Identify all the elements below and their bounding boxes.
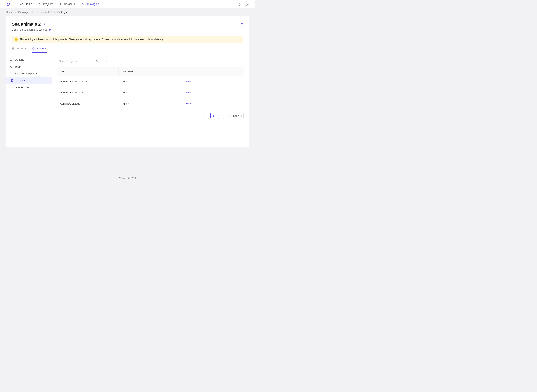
breadcrumb-sep: > bbox=[32, 11, 34, 14]
svg-point-4 bbox=[247, 3, 248, 4]
cell-role: Admin bbox=[118, 98, 180, 109]
breadcrumb-current: Settings bbox=[57, 11, 67, 14]
nav-item-label: Datasets bbox=[64, 2, 75, 5]
main-panel: Title User role Underwater 2022-05-11 Ad… bbox=[52, 53, 249, 120]
edit-subtitle-icon[interactable] bbox=[48, 28, 51, 31]
top-nav: Home Projects Datasets Ontologies bbox=[0, 0, 255, 8]
projects-icon bbox=[10, 79, 14, 82]
list-icon bbox=[9, 58, 13, 61]
cell-title: Underwater 2022-05-11 bbox=[57, 76, 118, 87]
breadcrumb-sep: > bbox=[15, 11, 16, 14]
view-link[interactable]: View bbox=[186, 80, 191, 83]
page-size-select[interactable]: 5 / page ▾ bbox=[228, 113, 243, 119]
page-title: Sea animals 2 bbox=[12, 22, 41, 27]
inner-tabs: Structure Settings bbox=[6, 43, 46, 53]
sidebar-item-options[interactable]: Options bbox=[6, 56, 52, 63]
nav-item-label: Projects bbox=[43, 2, 53, 5]
cell-role: Admin bbox=[118, 87, 180, 98]
view-link[interactable]: View bbox=[186, 102, 191, 105]
cell-title: Underwater 2022-06-14 bbox=[57, 87, 118, 98]
footer-text: Encord © 2022 bbox=[0, 171, 255, 184]
sidebar-item-label: Projects bbox=[16, 79, 26, 82]
breadcrumb-link[interactable]: Ontologies bbox=[18, 11, 31, 14]
svg-point-8 bbox=[11, 66, 12, 67]
datasets-icon bbox=[59, 2, 62, 5]
svg-rect-10 bbox=[11, 79, 13, 82]
page-subtitle: Bony fish vs sharks vs whales bbox=[12, 28, 47, 31]
svg-point-11 bbox=[96, 60, 98, 61]
skeleton-icon bbox=[9, 72, 13, 75]
tab-label: Settings bbox=[37, 47, 47, 50]
nav-item-label: Home bbox=[25, 2, 32, 5]
collapse-panel-icon[interactable] bbox=[240, 23, 243, 26]
sidebar-item-label: Skeleton templates bbox=[15, 72, 38, 75]
pagination: ‹ 1 › 5 / page ▾ bbox=[57, 109, 243, 119]
search-input[interactable] bbox=[57, 58, 94, 64]
column-header-title: Title bbox=[57, 67, 118, 76]
sidebar-item-label: Team bbox=[15, 65, 21, 68]
page-prev-button[interactable]: ‹ bbox=[203, 113, 209, 119]
sidebar-item-label: Danger zone bbox=[15, 86, 30, 89]
chevron-left-icon: ‹ bbox=[205, 114, 206, 117]
ontologies-icon bbox=[81, 2, 84, 5]
chevron-down-icon: ▾ bbox=[241, 115, 242, 117]
tab-settings[interactable]: Settings bbox=[32, 47, 47, 53]
notifications-icon[interactable] bbox=[238, 2, 242, 6]
warning-banner: ! This ontology is linked to multiple pr… bbox=[12, 36, 243, 43]
tab-label: Structure bbox=[16, 47, 28, 50]
nav-item-projects[interactable]: Projects bbox=[35, 0, 56, 8]
content-card: Sea animals 2 Bony fish vs sharks vs wha… bbox=[6, 16, 249, 147]
tab-structure[interactable]: Structure bbox=[12, 47, 28, 53]
page-number-button[interactable]: 1 bbox=[210, 113, 216, 119]
user-icon[interactable] bbox=[246, 2, 249, 6]
page-next-button[interactable]: › bbox=[218, 113, 224, 119]
settings-sidebar: Options Team Skeleton templates Projects bbox=[6, 53, 52, 120]
search-icon bbox=[96, 60, 99, 62]
logo-icon[interactable] bbox=[5, 1, 11, 7]
info-icon[interactable] bbox=[103, 59, 107, 63]
chevron-right-icon: › bbox=[221, 114, 221, 117]
sidebar-item-label: Options bbox=[15, 58, 24, 61]
svg-rect-0 bbox=[39, 3, 41, 5]
projects-table: Title User role Underwater 2022-05-11 Ad… bbox=[57, 67, 243, 109]
page-number-label: 1 bbox=[213, 114, 214, 117]
nav-item-label: Ontologies bbox=[86, 2, 99, 5]
nav-item-home[interactable]: Home bbox=[17, 0, 35, 8]
page-title-row: Sea animals 2 bbox=[12, 22, 243, 27]
structure-icon bbox=[12, 47, 15, 50]
warning-icon: ! bbox=[15, 38, 18, 41]
team-icon bbox=[9, 65, 13, 68]
nav-item-ontologies[interactable]: Ontologies bbox=[78, 0, 102, 8]
home-icon bbox=[20, 2, 23, 5]
settings-icon bbox=[32, 47, 35, 50]
warning-text: This ontology is linked to multiple proj… bbox=[20, 38, 164, 41]
breadcrumb-link[interactable]: Sea animals 2 bbox=[36, 11, 52, 14]
view-link[interactable]: View bbox=[186, 91, 191, 94]
cell-role: Admin bbox=[118, 76, 180, 87]
sidebar-item-danger-zone[interactable]: Danger zone bbox=[6, 84, 52, 91]
projects-icon bbox=[38, 2, 41, 5]
sidebar-item-team[interactable]: Team bbox=[6, 63, 52, 70]
table-row: Aerial low altitude Admin View bbox=[57, 98, 243, 109]
svg-point-9 bbox=[11, 72, 11, 73]
danger-icon bbox=[9, 86, 13, 89]
breadcrumb: Home > Ontologies > Sea animals 2 > Sett… bbox=[0, 8, 255, 16]
page-size-label: 5 / page bbox=[230, 114, 239, 117]
search-input-wrap bbox=[57, 58, 100, 64]
column-header-actions bbox=[180, 67, 243, 76]
breadcrumb-link[interactable]: Home bbox=[6, 11, 13, 14]
svg-point-6 bbox=[33, 48, 34, 49]
cell-title: Aerial low altitude bbox=[57, 98, 118, 109]
table-row: Underwater 2022-05-11 Admin View bbox=[57, 76, 243, 87]
svg-point-7 bbox=[10, 66, 11, 66]
column-header-role: User role bbox=[118, 67, 180, 76]
table-row: Underwater 2022-06-14 Admin View bbox=[57, 87, 243, 98]
breadcrumb-sep: > bbox=[54, 11, 56, 14]
search-button[interactable] bbox=[94, 58, 100, 64]
nav-item-datasets[interactable]: Datasets bbox=[56, 0, 78, 8]
sidebar-item-skeleton-templates[interactable]: Skeleton templates bbox=[6, 70, 52, 77]
edit-title-icon[interactable] bbox=[42, 23, 46, 26]
sidebar-item-projects[interactable]: Projects bbox=[6, 77, 52, 84]
